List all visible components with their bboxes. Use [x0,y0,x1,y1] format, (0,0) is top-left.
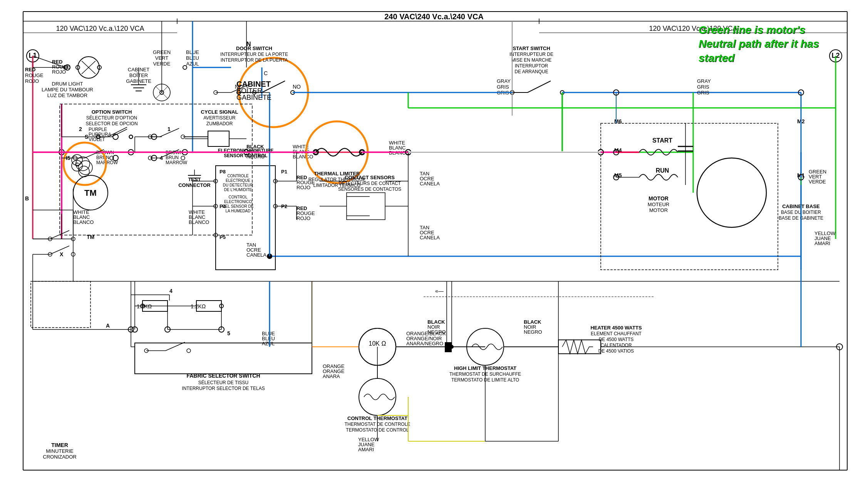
svg-text:AVERTISSEUR: AVERTISSEUR [203,115,236,121]
svg-text:1.2KΩ: 1.2KΩ [191,303,206,309]
svg-text:INTERRUPTOR DE LA PUERTA: INTERRUPTOR DE LA PUERTA [221,57,288,63]
svg-text:GABINETE: GABINETE [236,94,271,101]
svg-text:5: 5 [227,330,230,336]
svg-text:P8: P8 [220,169,226,175]
svg-text:DOOR SWITCH: DOOR SWITCH [236,45,272,51]
svg-text:INTERRUPTEUR DE: INTERRUPTEUR DE [509,52,553,57]
svg-text:BLANCO: BLANCO [73,219,94,225]
svg-text:DE ARRANQUE: DE ARRANQUE [514,69,548,74]
svg-text:HEATER 4500 WATTS: HEATER 4500 WATTS [590,325,642,331]
svg-text:C: C [264,70,268,76]
svg-text:A: A [106,323,110,329]
svg-text:GRIS: GRIS [497,84,509,90]
svg-text:MARROW: MARROW [166,160,188,165]
motor-annotation: Green line is motor's Neutral path after… [699,23,822,65]
svg-text:CRONIZADOR: CRONIZADOR [43,454,76,460]
svg-text:CANELA: CANELA [420,235,440,240]
svg-text:DE L'HUMIDITE: DE L'HUMIDITE [224,188,252,192]
svg-text:ANARA/NEGRO: ANARA/NEGRO [406,341,443,346]
svg-text:GRAY: GRAY [497,78,511,84]
svg-text:P5: P5 [220,234,226,240]
svg-text:BRUN: BRUN [166,155,179,160]
svg-text:CANELA: CANELA [420,181,440,187]
svg-text:LAMPE DU TAMBOUR: LAMPE DU TAMBOUR [42,87,93,92]
svg-text:ELECTRONICO: ELECTRONICO [224,200,252,204]
svg-text:CALENTADOR: CALENTADOR [600,343,632,348]
svg-text:120 VAC\120 Vc.a.\120 VCA: 120 VAC\120 Vc.a.\120 VCA [56,25,144,32]
svg-text:SENSORES DE CONTACTOS: SENSORES DE CONTACTOS [338,187,401,192]
svg-text:CANELA: CANELA [246,252,266,258]
svg-text:PURPLE: PURPLE [89,127,107,132]
svg-text:ZUMBADOR: ZUMBADOR [206,121,233,126]
svg-text:START: START [652,137,672,144]
svg-text:CONTROLE: CONTROLE [227,174,249,178]
svg-text:ROJO: ROJO [52,69,66,75]
svg-text:INTERRUPTEUR DE LA PORTE: INTERRUPTEUR DE LA PORTE [220,52,288,57]
svg-text:X: X [60,251,64,257]
svg-text:AZUL: AZUL [262,341,275,346]
svg-text:AMARI: AMARI [814,240,830,246]
svg-text:TM: TM [87,234,94,240]
svg-text:TIMER: TIMER [51,442,68,448]
svg-text:INTERRUPTOR: INTERRUPTOR [515,63,548,69]
svg-text:SÉLECTEUR DE TISSU: SÉLECTEUR DE TISSU [198,380,248,385]
svg-text:ROJO: ROJO [297,185,310,190]
svg-text:BLANCO: BLANCO [293,154,313,160]
svg-text:TM: TM [84,188,97,198]
svg-text:MOTEUR: MOTEUR [648,202,669,207]
svg-text:B: B [25,195,29,202]
svg-text:CONTROL: CONTROL [229,195,248,199]
svg-text:ELECTRIQUE: ELECTRIQUE [226,178,250,183]
svg-text:AMARI: AMARI [358,447,374,452]
svg-text:MINUTERIE: MINUTERIE [46,448,74,454]
svg-text:10K Ω: 10K Ω [369,340,386,347]
svg-text:LUZ DE TAMBOR: LUZ DE TAMBOR [47,92,87,98]
svg-text:MISE EN MARCHE: MISE EN MARCHE [511,57,552,63]
wiring-diagram: 240 VAC\240 Vc.a.\240 VCA 120 VAC\120 Vc… [0,0,868,484]
svg-text:OPTION SWITCH: OPTION SWITCH [92,109,132,115]
svg-text:DU DETECTEUR: DU DETECTEUR [223,183,253,187]
svg-text:DE 4500 WATTS: DE 4500 WATTS [599,337,634,342]
svg-text:SELECTOR DE OPCION: SELECTOR DE OPCION [85,121,137,126]
svg-text:NEGRO: NEGRO [524,329,542,335]
svg-text:DRUM LIGHT: DRUM LIGHT [52,81,83,87]
svg-text:P1: P1 [281,169,287,175]
svg-text:NO: NO [293,84,301,90]
svg-text:GRIS: GRIS [697,90,709,96]
svg-text:GRIS: GRIS [697,84,709,90]
svg-text:BRUN: BRUN [96,155,109,160]
svg-text:RUN: RUN [656,167,669,174]
svg-text:ELEMENT CHAUFFANT: ELEMENT CHAUFFANT [591,331,642,336]
svg-text:4: 4 [169,288,173,294]
svg-text:LA HUMEDAD: LA HUMEDAD [225,209,250,213]
svg-text:ROUGE: ROUGE [25,72,44,78]
svg-text:BLANCO: BLANCO [189,219,209,225]
svg-text:M6: M6 [614,118,622,124]
svg-text:CONTACT SENSORS: CONTACT SENSORS [345,175,395,180]
svg-text:START SWITCH: START SWITCH [513,45,550,51]
svg-text:VIOLET: VIOLET [89,137,105,142]
svg-text:NEGRO: NEGRO [246,154,265,160]
svg-text:CYCLE SIGNAL: CYCLE SIGNAL [201,109,238,115]
svg-text:DE 4500 VATIOS: DE 4500 VATIOS [598,348,634,354]
svg-text:240 VAC\240 Vc.a.\240 VCA: 240 VAC\240 Vc.a.\240 VCA [384,12,484,21]
svg-text:ROJO: ROJO [25,78,39,84]
svg-text:ANARA: ANARA [323,373,340,379]
svg-text:2: 2 [79,126,82,132]
svg-text:DEL SENSOR DE: DEL SENSOR DE [223,204,254,208]
svg-text:DETECTEURS DE CONTACT: DETECTEURS DE CONTACT [338,181,401,186]
svg-text:MOTOR: MOTOR [648,195,669,202]
svg-text:VERDE: VERDE [809,179,826,185]
svg-text:ROJO: ROJO [297,215,310,221]
svg-text:MOTOR: MOTOR [649,207,668,213]
svg-text:CONNECTOR: CONNECTOR [178,182,211,188]
diagram-container: 240 VAC\240 Vc.a.\240 VCA 120 VAC\120 Vc… [0,0,868,484]
svg-text:NEGRO: NEGRO [427,329,446,335]
svg-text:1: 1 [168,126,171,132]
svg-text:GRAY: GRAY [697,78,711,84]
svg-text:«—: «— [435,288,444,294]
svg-text:INTERRUPTOR SELECTOR DE TELAS: INTERRUPTOR SELECTOR DE TELAS [182,386,265,391]
svg-text:SÉLECTEUR D'OPTION: SÉLECTEUR D'OPTION [86,115,137,121]
